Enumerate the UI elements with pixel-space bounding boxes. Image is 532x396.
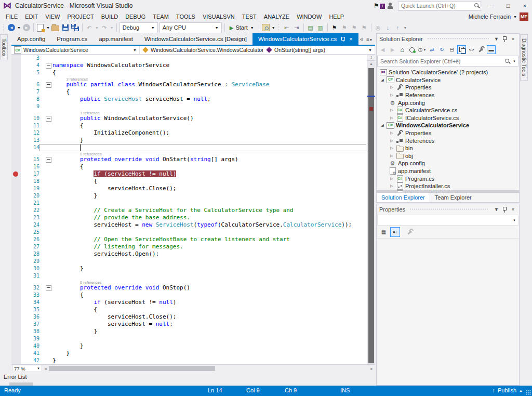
code-line-38[interactable]: 38 }	[11, 328, 367, 335]
scroll-left-icon[interactable]: ◄	[42, 367, 49, 371]
navigate-forward-button[interactable]: ►	[22, 23, 31, 32]
menu-item-project[interactable]: PROJECT	[63, 14, 97, 20]
chevron-down-icon[interactable]: ▼	[272, 26, 275, 30]
menu-item-file[interactable]: FILE	[2, 14, 21, 20]
chevron-down-icon[interactable]: ▼	[110, 26, 114, 30]
code-line-39[interactable]: 39	[11, 335, 367, 342]
scroll-right-icon[interactable]: ►	[368, 367, 375, 371]
menu-item-debug[interactable]: DEBUG	[122, 14, 149, 20]
code-text[interactable]	[52, 144, 367, 151]
outline-margin[interactable]	[44, 357, 52, 364]
code-text[interactable]: {	[52, 306, 367, 313]
code-line-42[interactable]: 42}	[11, 357, 367, 364]
code-text[interactable]: {	[52, 178, 367, 185]
toolbox-autohide-tab[interactable]: Toolbox	[0, 34, 8, 60]
minimize-button[interactable]: ─	[485, 1, 498, 11]
tree-item-windowscalculatorservice[interactable]: ◢C#WindowsCalculatorService	[377, 122, 519, 129]
code-text[interactable]: protected override void OnStop()	[52, 284, 367, 292]
code-text[interactable]	[52, 258, 367, 265]
categorized-icon[interactable]: ▦	[379, 227, 389, 237]
view-code-icon[interactable]: <>	[467, 45, 476, 54]
code-text[interactable]: InitializeComponent();	[52, 129, 367, 137]
preview-selected-items-icon[interactable]: ▬	[487, 45, 496, 54]
tab-solution-explorer[interactable]: Solution Explorer	[377, 193, 430, 202]
code-text[interactable]: // listening for messages.	[52, 243, 367, 250]
code-line-28[interactable]: 28 serviceHost.Open();	[11, 250, 367, 258]
glyph-margin[interactable]	[11, 163, 21, 170]
scrollbar-thumb[interactable]	[368, 68, 374, 363]
pin-icon[interactable]	[341, 36, 345, 42]
glyph-margin[interactable]	[11, 328, 21, 335]
glyph-margin[interactable]	[11, 129, 21, 137]
outline-margin[interactable]	[44, 207, 52, 214]
code-line-17[interactable]: 17 if (serviceHost != null)	[11, 170, 367, 178]
code-text[interactable]: serviceHost = null;	[52, 321, 367, 328]
code-text[interactable]	[52, 335, 367, 342]
code-text[interactable]: {	[52, 88, 367, 96]
glyph-margin[interactable]	[11, 335, 21, 342]
feedback-icon[interactable]	[387, 3, 394, 9]
tree-item-calculatorservice-cs[interactable]: ▷C#CalculatorService.cs	[377, 107, 519, 114]
code-text[interactable]: {	[52, 69, 367, 76]
property-pages-icon[interactable]	[405, 227, 415, 237]
code-text[interactable]: }	[52, 192, 367, 200]
uncomment-icon[interactable]: ▥	[316, 23, 325, 32]
maximize-button[interactable]: □	[502, 1, 514, 11]
toolbar-grip[interactable]	[278, 24, 280, 32]
code-line-13[interactable]: 13 }	[11, 137, 367, 144]
close-button[interactable]: ×	[518, 1, 531, 11]
glyph-margin[interactable]	[11, 284, 21, 292]
expander-icon[interactable]: ▷	[388, 131, 395, 135]
glyph-margin[interactable]	[11, 265, 21, 272]
outline-margin[interactable]	[44, 321, 52, 328]
glyph-margin[interactable]	[11, 103, 21, 110]
code-editor[interactable]: 34namespace WindowsCalculatorService5{3 …	[11, 55, 375, 364]
glyph-margin[interactable]	[11, 321, 21, 328]
fold-marker[interactable]	[46, 63, 51, 69]
document-list-icon[interactable]: ≡▼	[366, 36, 373, 42]
expander-icon[interactable]: ▷	[388, 116, 395, 120]
code-text[interactable]: {	[52, 292, 367, 299]
forward-icon[interactable]: ▶	[388, 45, 397, 54]
expander-icon[interactable]: ▷	[388, 139, 395, 143]
outline-margin[interactable]	[44, 55, 52, 62]
close-icon[interactable]: ×	[510, 36, 516, 42]
pending-changes-filter-icon[interactable]	[408, 45, 417, 54]
code-line-31[interactable]: 31	[11, 272, 367, 280]
code-text[interactable]: namespace WindowsCalculatorService	[52, 62, 367, 69]
tab-team-explorer[interactable]: Team Explorer	[430, 193, 476, 202]
close-icon[interactable]: ×	[349, 33, 352, 45]
tab-app-manifest[interactable]: app.manifest	[93, 33, 139, 45]
notifications-flag-icon[interactable]: ⚑1	[374, 2, 383, 9]
outline-margin[interactable]	[44, 103, 52, 110]
outline-margin[interactable]	[44, 292, 52, 299]
glyph-margin[interactable]	[11, 299, 21, 306]
code-text[interactable]: // provide the base address.	[52, 214, 367, 221]
code-text[interactable]: }	[52, 357, 367, 364]
pin-icon[interactable]	[502, 206, 507, 213]
code-text[interactable]	[52, 103, 367, 110]
fold-marker[interactable]	[46, 82, 51, 88]
code-text[interactable]: }	[52, 137, 367, 144]
collapse-all-icon[interactable]: ⊟	[447, 45, 456, 54]
previous-bookmark-icon[interactable]: ⚑	[340, 23, 349, 32]
code-text[interactable]: serviceHost.Close();	[52, 313, 367, 321]
outline-margin[interactable]	[44, 129, 52, 137]
chevron-down-icon[interactable]: ▼	[46, 26, 50, 30]
outline-margin[interactable]	[44, 178, 52, 185]
new-item-button[interactable]	[36, 23, 45, 32]
tree-item-properties[interactable]: ▷Properties	[377, 129, 519, 137]
outline-margin[interactable]	[44, 236, 52, 243]
menu-item-test[interactable]: TEST	[238, 14, 260, 20]
tree-item-references[interactable]: ▷References	[377, 137, 519, 144]
outline-margin[interactable]	[44, 342, 52, 350]
outline-margin[interactable]	[44, 250, 52, 258]
outline-margin[interactable]	[44, 258, 52, 265]
tab-scroll-left-icon[interactable]: «	[360, 36, 363, 42]
outline-margin[interactable]	[44, 284, 52, 292]
outline-margin[interactable]	[44, 81, 52, 88]
code-line-23[interactable]: 23 // provide the base address.	[11, 214, 367, 221]
outline-margin[interactable]	[44, 350, 52, 357]
code-text[interactable]: {	[52, 163, 367, 170]
tree-item-program-cs[interactable]: ▷C#Program.cs	[377, 175, 519, 182]
